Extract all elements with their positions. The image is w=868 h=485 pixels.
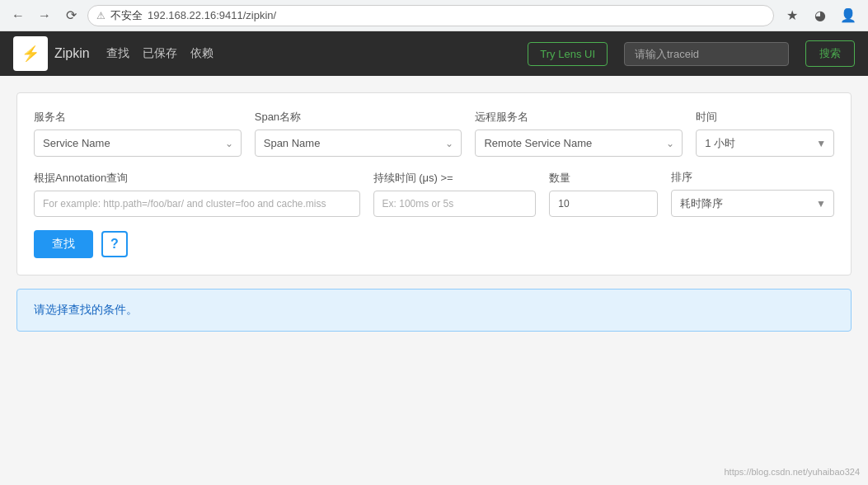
duration-input[interactable] [373, 191, 537, 217]
form-row-1: 服务名 Service Name ⌄ Span名称 Span Name ⌄ [34, 110, 834, 157]
annotation-group: 根据Annotation查询 [34, 171, 360, 217]
count-label: 数量 [549, 171, 658, 186]
duration-label: 持续时间 (μs) >= [373, 171, 537, 186]
account-button[interactable]: 👤 [837, 4, 860, 27]
actions-row: 查找 ? [34, 230, 834, 258]
search-button[interactable]: 查找 [34, 230, 93, 258]
time-group: 时间 1 小时 2 小时 6 小时 12 小时 1 天 ▼ [696, 110, 834, 157]
annotation-label: 根据Annotation查询 [34, 171, 360, 186]
time-select[interactable]: 1 小时 2 小时 6 小时 12 小时 1 天 [696, 129, 834, 157]
logo-icon: ⚡ [21, 45, 40, 63]
nav-saved[interactable]: 已保存 [143, 43, 177, 64]
forward-button[interactable]: → [35, 6, 54, 26]
remote-service-name-select[interactable]: Remote Service Name [475, 129, 683, 157]
extensions-button[interactable]: ◕ [809, 4, 832, 27]
form-row-2: 根据Annotation查询 持续时间 (μs) >= 数量 10 排序 耗时降… [34, 170, 834, 217]
span-name-wrapper: Span Name ⌄ [255, 129, 462, 157]
app-name: Zipkin [54, 46, 90, 61]
security-icon: ⚠ [96, 10, 106, 21]
service-name-select[interactable]: Service Name [34, 129, 242, 157]
url-text: 192.168.22.16:9411/zipkin/ [148, 9, 276, 21]
span-name-select[interactable]: Span Name [255, 129, 462, 157]
browser-chrome: ← → ⟳ ⚠ 不安全 192.168.22.16:9411/zipkin/ ★… [0, 0, 868, 31]
service-name-group: 服务名 Service Name ⌄ [34, 110, 242, 157]
main-content: 服务名 Service Name ⌄ Span名称 Span Name ⌄ [0, 76, 868, 348]
remote-service-name-group: 远程服务名 Remote Service Name ⌄ [475, 110, 683, 157]
service-name-label: 服务名 [34, 110, 242, 125]
zipkin-logo: ⚡ [13, 36, 48, 71]
duration-group: 持续时间 (μs) >= [373, 171, 537, 217]
sort-label: 排序 [671, 170, 834, 185]
security-label: 不安全 [110, 8, 143, 23]
count-input[interactable]: 10 [549, 191, 658, 217]
bookmark-button[interactable]: ★ [781, 4, 804, 27]
info-message: 请选择查找的条件。 [34, 303, 138, 316]
nav-dependencies[interactable]: 依赖 [190, 43, 213, 64]
search-card: 服务名 Service Name ⌄ Span名称 Span Name ⌄ [16, 92, 852, 275]
annotation-input[interactable] [34, 191, 360, 217]
span-name-group: Span名称 Span Name ⌄ [255, 110, 462, 157]
header-search-button[interactable]: 搜索 [805, 40, 855, 67]
logo-area: ⚡ Zipkin [13, 36, 90, 71]
traceid-input[interactable] [624, 42, 789, 66]
info-banner: 请选择查找的条件。 [16, 289, 852, 332]
back-button[interactable]: ← [8, 6, 28, 26]
time-label: 时间 [696, 110, 834, 125]
sort-wrapper: 耗时降序 耗时升序 时间降序 时间升序 ▼ [671, 190, 834, 217]
reload-button[interactable]: ⟳ [61, 6, 81, 26]
sort-select[interactable]: 耗时降序 耗时升序 时间降序 时间升序 [671, 190, 834, 217]
app-header: ⚡ Zipkin 查找 已保存 依赖 Try Lens UI 搜索 [0, 31, 868, 76]
address-bar[interactable]: ⚠ 不安全 192.168.22.16:9411/zipkin/ [87, 5, 774, 26]
remote-service-name-label: 远程服务名 [475, 110, 683, 125]
span-name-label: Span名称 [255, 110, 462, 125]
try-lens-button[interactable]: Try Lens UI [528, 42, 608, 66]
remote-service-name-wrapper: Remote Service Name ⌄ [475, 129, 683, 157]
nav-search[interactable]: 查找 [106, 43, 129, 64]
service-name-wrapper: Service Name ⌄ [34, 129, 242, 157]
browser-actions: ★ ◕ 👤 [781, 4, 860, 27]
help-button[interactable]: ? [101, 231, 128, 257]
sort-group: 排序 耗时降序 耗时升序 时间降序 时间升序 ▼ [671, 170, 834, 217]
time-wrapper: 1 小时 2 小时 6 小时 12 小时 1 天 ▼ [696, 129, 834, 157]
count-group: 数量 10 [549, 171, 658, 217]
nav-links: 查找 已保存 依赖 [106, 43, 213, 64]
